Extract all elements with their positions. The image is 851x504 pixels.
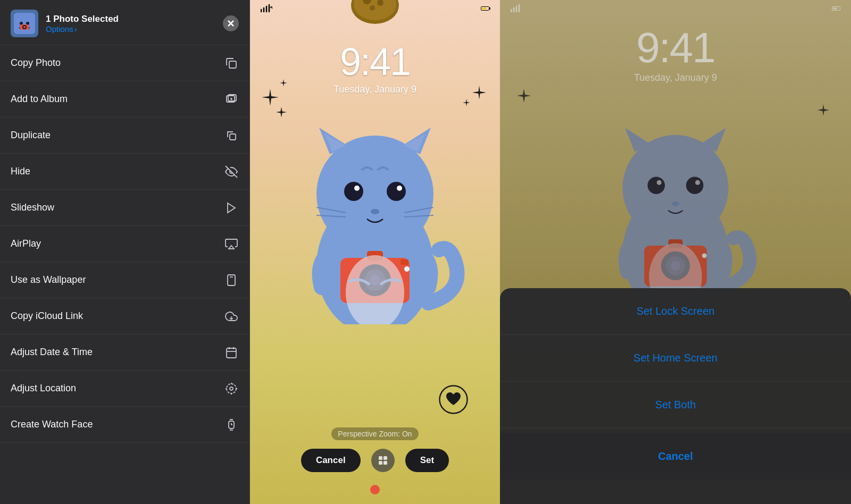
watch-icon [224,417,239,432]
svg-rect-55 [401,259,408,265]
menu-item-adjust-location[interactable]: Adjust Location [0,371,249,407]
options-link[interactable]: Options › [46,24,215,33]
svg-rect-62 [383,461,387,465]
svg-rect-17 [228,275,235,285]
location-icon [224,381,239,396]
wallpaper-icon [224,273,239,288]
add-album-icon [224,92,239,107]
svg-point-23 [230,387,233,390]
right-panel: 9:41 Tuesday, January 9 [500,0,851,504]
menu-item-airplay[interactable]: AirPlay [0,226,249,262]
svg-marker-15 [228,203,235,213]
wallpaper-options-panel: Set Lock Screen Set Home Screen Set Both… [500,288,851,504]
set-button[interactable]: Set [405,449,449,472]
action-sheet: 1 Photo Selected Options › Copy Photo Ad… [0,0,250,504]
menu-item-wallpaper[interactable]: Use as Wallpaper [0,262,249,298]
right-cat-illustration [590,104,761,306]
heart-decoration [439,385,468,416]
calendar-icon [224,345,239,360]
menu-item-add-to-album[interactable]: Add to Album [0,81,249,117]
svg-point-41 [344,182,363,201]
bottom-indicator [370,485,380,494]
status-bar [261,4,489,13]
cat-illustration [285,101,465,324]
right-date-display: Tuesday, January 9 [500,72,851,83]
airplay-icon [224,237,239,251]
svg-rect-59 [379,456,382,460]
svg-point-5 [23,26,26,29]
icloud-icon [224,309,239,324]
svg-point-69 [672,201,679,206]
right-lock-time: 9:41 Tuesday, January 9 [500,27,851,83]
menu-item-create-watch-face[interactable]: Create Watch Face [0,407,249,443]
menu-item-copy-photo[interactable]: Copy Photo [0,45,249,81]
wallpaper-cancel-option[interactable]: Cancel [500,433,851,480]
menu-item-slideshow[interactable]: Slideshow [0,190,249,226]
action-sheet-header: 1 Photo Selected Options › [0,0,249,45]
svg-point-75 [702,253,707,258]
copy-photo-icon [224,56,239,71]
svg-rect-13 [230,134,236,140]
svg-rect-60 [383,456,387,460]
set-both-option[interactable]: Set Both [500,382,851,429]
duplicate-icon [224,128,239,143]
right-sparkle-2 [817,104,830,119]
svg-rect-0 [14,13,35,34]
svg-rect-61 [379,461,382,465]
right-time-display: 9:41 [500,27,851,69]
menu-items-list: Copy Photo Add to Album Duplicate Hide [0,45,249,504]
svg-point-24 [227,384,236,393]
cancel-button[interactable]: Cancel [301,449,361,472]
svg-point-42 [387,182,406,201]
header-title: 1 Photo Selected [46,14,215,24]
svg-point-66 [686,177,704,195]
perspective-label: Perspective Zoom: On [331,427,418,440]
svg-point-67 [657,180,662,185]
svg-point-43 [354,186,360,191]
menu-item-icloud-link[interactable]: Copy iCloud Link [0,298,249,334]
header-text: 1 Photo Selected Options › [46,14,215,33]
close-button[interactable] [223,15,239,31]
svg-marker-16 [229,246,234,249]
photo-thumbnail [11,10,38,37]
svg-point-65 [648,177,665,195]
menu-item-adjust-date-time[interactable]: Adjust Date & Time [0,334,249,371]
right-status-bar [511,4,840,13]
center-phone-preview: 9:41 Tuesday, January 9 [250,0,500,504]
svg-point-40 [316,136,433,253]
control-buttons: Cancel Set [301,449,449,472]
menu-item-hide[interactable]: Hide [0,154,249,190]
slideshow-icon [224,200,239,215]
set-home-screen-option[interactable]: Set Home Screen [500,335,851,382]
svg-point-64 [622,135,728,241]
svg-point-56 [404,266,410,272]
set-lock-screen-option[interactable]: Set Lock Screen [500,288,851,335]
lock-time: 9:41 Tuesday, January 9 [250,43,500,95]
svg-point-68 [695,180,700,185]
phone-toggle-button[interactable] [371,449,395,472]
svg-point-44 [397,186,402,191]
menu-item-duplicate[interactable]: Duplicate [0,117,249,154]
bottom-controls: Perspective Zoom: On Cancel Set [250,427,500,472]
right-sparkle-1 [516,88,532,106]
svg-point-49 [371,209,379,214]
hide-icon [224,164,239,179]
svg-rect-19 [227,348,236,358]
svg-rect-8 [229,61,236,68]
